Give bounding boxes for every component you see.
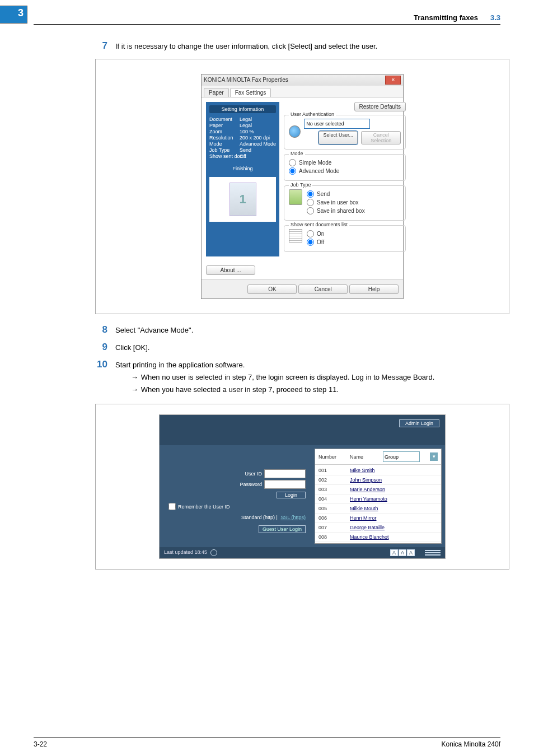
user-icon bbox=[289, 125, 301, 138]
admin-login-button[interactable]: Admin Login bbox=[399, 419, 439, 427]
info-document-label: Document bbox=[209, 116, 237, 122]
user-name-link[interactable]: Marie Anderson bbox=[350, 487, 438, 492]
step-10-sub-b: When you have selected a user in step 7,… bbox=[141, 385, 339, 394]
remember-userid-checkbox[interactable] bbox=[168, 503, 176, 510]
step-8-text: Select "Advance Mode". bbox=[115, 324, 500, 336]
login-button[interactable]: Login bbox=[277, 492, 306, 498]
info-paper-label: Paper bbox=[209, 123, 237, 128]
user-num: 004 bbox=[318, 496, 350, 502]
arrow-icon: → bbox=[131, 372, 139, 383]
radio-send[interactable]: Send bbox=[307, 190, 365, 198]
selected-user-field[interactable] bbox=[304, 119, 370, 129]
screenshot-login: Admin Login User ID Password Login bbox=[95, 404, 509, 570]
tab-fax-label: Fax Settings bbox=[235, 90, 266, 96]
info-mode-value: Advanced Mode bbox=[240, 141, 276, 147]
info-document-value: Legal bbox=[240, 116, 276, 122]
user-name-link[interactable]: John Simpson bbox=[350, 477, 438, 483]
tab-fax-settings[interactable]: Fax Settings bbox=[230, 88, 271, 97]
show-sent-list-group: Show sent documents list On Off bbox=[284, 225, 406, 252]
font-size-toggle[interactable]: AAA bbox=[390, 549, 415, 556]
list-item[interactable]: 002John Simpson bbox=[315, 475, 441, 485]
guest-login-button[interactable]: Guest User Login bbox=[259, 525, 306, 533]
cancel-button[interactable]: Cancel bbox=[298, 284, 348, 294]
user-num: 005 bbox=[318, 506, 350, 511]
user-name-link[interactable]: Mike Smith bbox=[350, 468, 438, 473]
step-7-text: If it is necessary to change the user in… bbox=[115, 40, 500, 52]
user-name-link[interactable]: George Bataille bbox=[350, 525, 438, 530]
job-type-legend: Job Type bbox=[289, 182, 312, 188]
ssl-https-link[interactable]: SSL (https) bbox=[280, 515, 306, 520]
info-mode-label: Mode bbox=[209, 141, 237, 147]
select-user-button[interactable]: Select User... bbox=[318, 131, 358, 144]
step-10-sub-a: When no user is selected in step 7, the … bbox=[141, 373, 435, 381]
group-select[interactable] bbox=[383, 451, 420, 462]
list-item[interactable]: 005Milkie Mouth bbox=[315, 504, 441, 514]
setting-info-panel: Setting Information DocumentLegal PaperL… bbox=[206, 102, 279, 256]
user-name-link[interactable]: Henri Mirror bbox=[350, 515, 438, 521]
info-showsent-label: Show sent doc... bbox=[209, 153, 237, 159]
chapter-badge: 3 bbox=[0, 6, 27, 24]
column-name: Name bbox=[350, 454, 373, 460]
list-item[interactable]: 001Mike Smith bbox=[315, 466, 441, 475]
password-input[interactable] bbox=[264, 480, 306, 489]
ok-button[interactable]: OK bbox=[247, 284, 297, 294]
user-name-link[interactable]: Milkie Mouth bbox=[350, 506, 438, 511]
user-authentication-group: User Authentication Select User... Cance… bbox=[284, 115, 406, 150]
screenshot-fax-properties: KONICA MINOLTA Fax Properties ✕ Paper Fa… bbox=[95, 59, 509, 314]
radio-simple-label: Simple Mode bbox=[299, 160, 331, 166]
user-num: 001 bbox=[318, 468, 350, 473]
step-9-text: Click [OK]. bbox=[115, 342, 500, 353]
restore-defaults-button[interactable]: Restore Defaults bbox=[354, 102, 406, 111]
info-resolution-value: 200 x 200 dpi bbox=[240, 135, 276, 141]
info-zoom-label: Zoom bbox=[209, 129, 237, 134]
arrow-icon: → bbox=[131, 385, 139, 395]
cancel-selection-button[interactable]: Cancel Selection bbox=[361, 131, 401, 144]
radio-off[interactable]: Off bbox=[307, 239, 324, 246]
radio-off-label: Off bbox=[317, 239, 324, 245]
step-10-text: Start printing in the application softwa… bbox=[115, 360, 500, 371]
userid-input[interactable] bbox=[264, 469, 306, 478]
step-7-number: 7 bbox=[95, 40, 107, 52]
chevron-down-icon[interactable]: ▾ bbox=[430, 452, 438, 461]
radio-userbox-label: Save in user box bbox=[317, 199, 359, 206]
user-num: 006 bbox=[318, 515, 350, 521]
info-paper-value: Legal bbox=[240, 123, 276, 128]
about-button[interactable]: About ... bbox=[206, 265, 255, 275]
info-resolution-label: Resolution bbox=[209, 135, 237, 141]
header-section: 3.3 bbox=[490, 13, 500, 22]
radio-sharedbox-label: Save in shared box bbox=[317, 208, 365, 214]
radio-advanced-mode[interactable]: Advanced Mode bbox=[289, 167, 401, 175]
close-icon[interactable]: ✕ bbox=[385, 76, 401, 85]
tab-paper[interactable]: Paper bbox=[204, 88, 229, 97]
info-zoom-value: 100 % bbox=[240, 129, 276, 134]
radio-on[interactable]: On bbox=[307, 230, 324, 237]
list-item[interactable]: 008Maurice Blanchot bbox=[315, 533, 441, 542]
user-name-link[interactable]: Maurice Blanchot bbox=[350, 534, 438, 540]
help-button[interactable]: Help bbox=[349, 284, 399, 294]
tab-paper-label: Paper bbox=[209, 90, 224, 96]
radio-on-label: On bbox=[317, 231, 324, 237]
list-item[interactable]: 006Henri Mirror bbox=[315, 514, 441, 523]
step-9-number: 9 bbox=[95, 342, 107, 353]
user-list: 001Mike Smith 002John Simpson 003Marie A… bbox=[315, 465, 441, 543]
job-type-icon bbox=[289, 189, 302, 205]
mode-legend: Mode bbox=[289, 151, 305, 156]
radio-save-userbox[interactable]: Save in user box bbox=[307, 199, 365, 206]
info-jobtype-label: Job Type bbox=[209, 147, 237, 153]
info-showsent-value: Off bbox=[240, 153, 276, 159]
setting-info-heading: Setting Information bbox=[209, 105, 276, 113]
password-label: Password bbox=[240, 482, 262, 487]
page-header: Transmitting faxes 3.3 bbox=[34, 13, 500, 25]
radio-save-sharedbox[interactable]: Save in shared box bbox=[307, 207, 365, 214]
list-item[interactable]: 003Marie Anderson bbox=[315, 485, 441, 494]
show-sent-legend: Show sent documents list bbox=[289, 222, 349, 227]
last-updated-label: Last updated 18:45 bbox=[164, 549, 207, 555]
standard-http-label: Standard (http) bbox=[241, 515, 275, 520]
list-item[interactable]: 007George Bataille bbox=[315, 523, 441, 533]
user-num: 003 bbox=[318, 487, 350, 492]
column-number: Number bbox=[318, 454, 340, 460]
list-item[interactable]: 004Henri Yamamoto bbox=[315, 494, 441, 504]
radio-simple-mode[interactable]: Simple Mode bbox=[289, 159, 401, 166]
finishing-label: Finishing bbox=[209, 166, 276, 171]
user-name-link[interactable]: Henri Yamamoto bbox=[350, 496, 438, 502]
